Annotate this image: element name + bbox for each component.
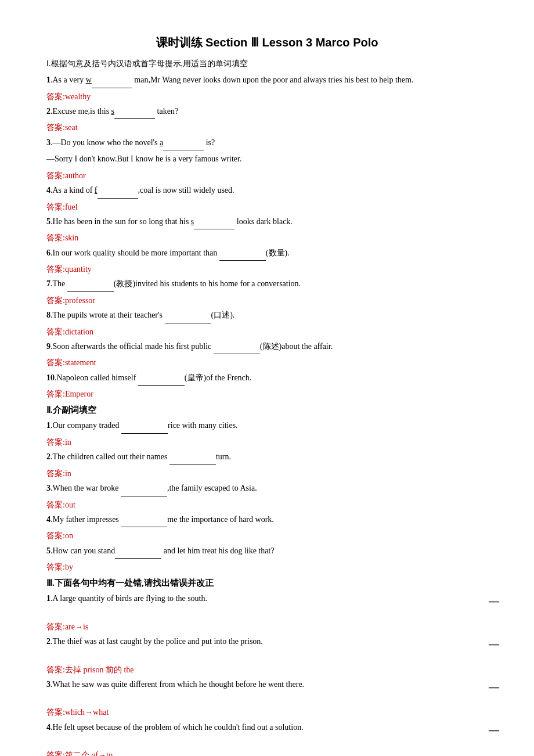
section-iii-header: Ⅲ.下面各句中均有一处错,请找出错误并改正	[46, 578, 488, 589]
answer-iii-4: 答案:第二个 of→to	[46, 748, 488, 756]
answer-i-2: 答案:seat	[46, 120, 488, 135]
question-i-2: 2.Excuse me,is this s taken?	[46, 104, 488, 120]
question-i-8: 8.The pupils wrote at their teacher's (口…	[46, 308, 488, 323]
answer-i-6: 答案:quantity	[46, 262, 488, 276]
answer-i-4: 答案:fuel	[46, 200, 488, 214]
answer-iii-1: 答案:are→is	[46, 620, 488, 634]
question-i-5: 5.He has been in the sun for so long tha…	[46, 214, 488, 230]
question-i-3: 3.—Do you know who the novel's a is?	[46, 135, 488, 151]
answer-i-7: 答案:professor	[46, 293, 488, 308]
answer-ii-5: 答案:by	[46, 560, 488, 574]
section-ii-header: Ⅱ.介副词填空	[46, 405, 488, 416]
answer-ii-4: 答案:on	[46, 528, 488, 543]
question-ii-4: 4.My father impresses me the importance …	[46, 512, 488, 528]
question-i-1: 1.As a very w man,Mr Wang never looks do…	[46, 73, 488, 88]
answer-i-1: 答案:wealthy	[46, 89, 488, 104]
answer-iii-3: 答案:which→what	[46, 705, 488, 719]
answer-ii-3: 答案:out	[46, 498, 488, 512]
answer-ii-2: 答案:in	[46, 466, 488, 481]
answer-i-9: 答案:statement	[46, 355, 488, 370]
question-ii-3: 3.When the war broke ,the family escaped…	[46, 481, 488, 496]
question-i-4: 4.As a kind of f,coal is now still widel…	[46, 183, 488, 199]
question-iii-3: 3.What he saw was quite different from w…	[46, 677, 488, 693]
question-ii-2: 2.The children called out their names tu…	[46, 449, 488, 465]
answer-ii-1: 答案:in	[46, 435, 488, 449]
section-i-header: Ⅰ.根据句意及括号内汉语或首字母提示,用适当的单词填空	[46, 59, 488, 69]
question-i-6: 6.In our work quality should be more imp…	[46, 246, 488, 261]
answer-i-3: 答案:author	[46, 168, 488, 183]
answer-i-10: 答案:Emperor	[46, 387, 488, 401]
question-i-9: 9.Soon afterwards the official made his …	[46, 339, 488, 355]
question-iii-4: 4.He felt upset because of the problem o…	[46, 720, 488, 736]
question-ii-1: 1.Our company traded rice with many citi…	[46, 418, 488, 434]
question-iii-2: 2.The thief was at last caught by the po…	[46, 634, 488, 650]
answer-i-5: 答案:skin	[46, 231, 488, 245]
answer-i-8: 答案:dictation	[46, 325, 488, 339]
question-i-10: 10.Napoleon called himself (皇帝)of the Fr…	[46, 370, 488, 386]
question-i-7: 7.The (教授)invited his students to his ho…	[46, 276, 488, 292]
question-ii-5: 5.How can you stand and let him treat hi…	[46, 543, 488, 559]
question-i-3-line2: —Sorry I don't know.But I know he is a v…	[46, 152, 488, 167]
question-iii-1: 1.A large quantity of birds are flying t…	[46, 591, 488, 607]
page-title: 课时训练 Section Ⅲ Lesson 3 Marco Polo	[46, 35, 488, 51]
answer-iii-2: 答案:去掉 prison 前的 the	[46, 663, 488, 677]
